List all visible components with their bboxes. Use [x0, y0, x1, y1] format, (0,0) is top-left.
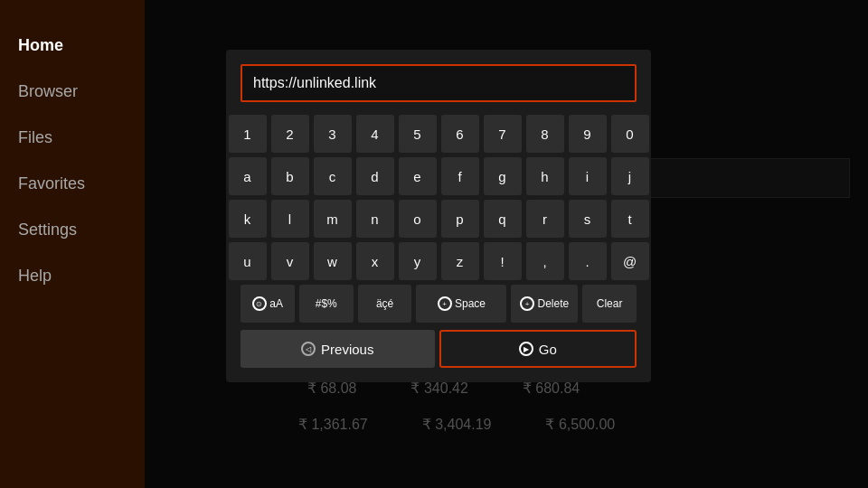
key-e[interactable]: e: [399, 157, 437, 195]
key-clear[interactable]: Clear: [582, 285, 637, 323]
key-5[interactable]: 5: [399, 115, 437, 153]
key-8[interactable]: 8: [526, 115, 564, 153]
sidebar-item-home[interactable]: Home: [18, 36, 127, 55]
aa-icon: ⊙: [252, 296, 267, 311]
previous-button[interactable]: ◁ Previous: [241, 330, 435, 368]
key-p[interactable]: p: [441, 200, 479, 238]
key-w[interactable]: w: [314, 242, 352, 280]
key-accents[interactable]: äçé: [358, 285, 412, 323]
key-aa[interactable]: ⊙ aA: [241, 285, 295, 323]
key-z[interactable]: z: [441, 242, 479, 280]
key-9[interactable]: 9: [569, 115, 607, 153]
keyboard-dialog: 1 2 3 4 5 6 7 8 9 0 a b c d e f g h i j …: [226, 50, 651, 382]
key-3[interactable]: 3: [314, 115, 352, 153]
key-r[interactable]: r: [526, 200, 564, 238]
key-0[interactable]: 0: [611, 115, 649, 153]
key-t[interactable]: t: [611, 200, 649, 238]
virtual-keyboard: 1 2 3 4 5 6 7 8 9 0 a b c d e f g h i j …: [241, 115, 637, 323]
key-d[interactable]: d: [356, 157, 394, 195]
key-s[interactable]: s: [569, 200, 607, 238]
key-comma[interactable]: ,: [526, 242, 564, 280]
key-7[interactable]: 7: [484, 115, 522, 153]
key-at[interactable]: @: [611, 242, 649, 280]
key-q[interactable]: q: [484, 200, 522, 238]
sidebar-item-settings[interactable]: Settings: [18, 221, 127, 239]
key-u[interactable]: u: [229, 242, 267, 280]
key-space[interactable]: + Space: [416, 285, 506, 323]
key-g[interactable]: g: [484, 157, 522, 195]
key-row-u-at: u v w x y z ! , . @: [241, 242, 637, 280]
key-row-numbers: 1 2 3 4 5 6 7 8 9 0: [241, 115, 637, 153]
key-x[interactable]: x: [356, 242, 394, 280]
key-c[interactable]: c: [314, 157, 352, 195]
go-button[interactable]: ▶ Go: [439, 330, 637, 368]
key-i[interactable]: i: [569, 157, 607, 195]
key-k[interactable]: k: [229, 200, 267, 238]
key-1[interactable]: 1: [229, 115, 267, 153]
key-row-k-t: k l m n o p q r s t: [241, 200, 637, 238]
key-m[interactable]: m: [314, 200, 352, 238]
space-circle-icon: +: [438, 296, 452, 311]
key-6[interactable]: 6: [441, 115, 479, 153]
key-n[interactable]: n: [356, 200, 394, 238]
key-a[interactable]: a: [229, 157, 267, 195]
key-delete[interactable]: + Delete: [511, 285, 578, 323]
sidebar-item-favorites[interactable]: Favorites: [18, 174, 127, 193]
key-l[interactable]: l: [271, 200, 309, 238]
key-y[interactable]: y: [399, 242, 437, 280]
key-h[interactable]: h: [526, 157, 564, 195]
action-row: ◁ Previous ▶ Go: [241, 330, 637, 368]
key-2[interactable]: 2: [271, 115, 309, 153]
key-v[interactable]: v: [271, 242, 309, 280]
url-input[interactable]: [241, 64, 637, 102]
sidebar-item-files[interactable]: Files: [18, 128, 127, 147]
url-input-wrapper: [241, 64, 637, 102]
key-exclaim[interactable]: !: [484, 242, 522, 280]
go-icon: ▶: [519, 342, 533, 356]
key-f[interactable]: f: [441, 157, 479, 195]
key-o[interactable]: o: [399, 200, 437, 238]
key-period[interactable]: .: [569, 242, 607, 280]
key-j[interactable]: j: [611, 157, 649, 195]
sidebar-item-browser[interactable]: Browser: [18, 82, 127, 101]
sidebar-item-help[interactable]: Help: [18, 267, 127, 286]
sidebar: Home Browser Files Favorites Settings He…: [0, 0, 145, 488]
key-symbols[interactable]: #$%: [299, 285, 354, 323]
key-row-a-j: a b c d e f g h i j: [241, 157, 637, 195]
previous-icon: ◁: [301, 342, 316, 356]
key-4[interactable]: 4: [356, 115, 394, 153]
key-row-special: ⊙ aA #$% äçé + Space + Delete Clear: [241, 285, 637, 323]
key-b[interactable]: b: [271, 157, 309, 195]
delete-circle-icon: +: [520, 296, 534, 311]
